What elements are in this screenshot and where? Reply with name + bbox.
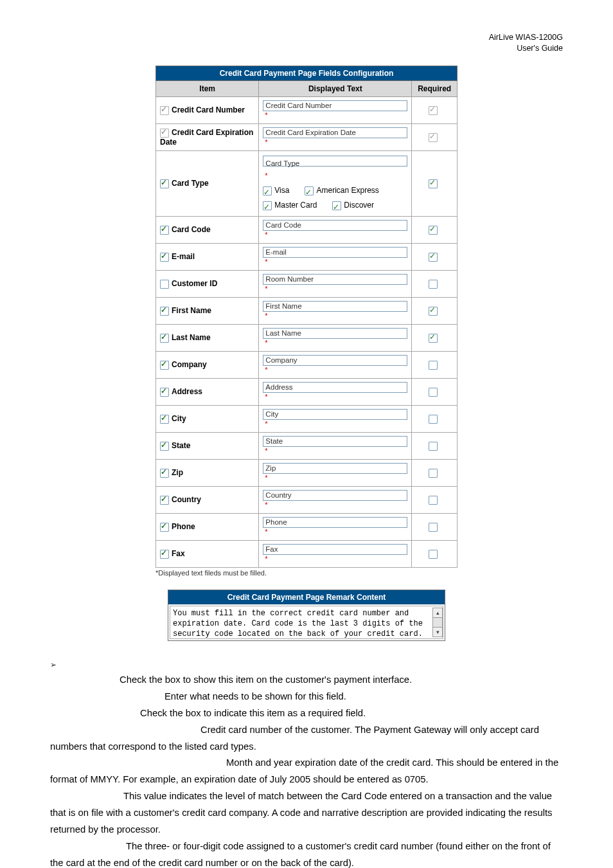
cardtype-option-label: Master Card — [274, 201, 317, 210]
item-checkbox[interactable] — [160, 442, 169, 451]
config-footnote: *Displayed text fileds must be filled. — [155, 568, 458, 577]
required-cell — [412, 123, 458, 150]
remark-scrollbar[interactable]: ▴ ▾ — [432, 608, 443, 637]
required-checkbox[interactable] — [429, 307, 438, 316]
required-checkbox[interactable] — [429, 388, 438, 397]
displayed-text-input[interactable]: Address — [263, 382, 407, 393]
required-star: * — [265, 474, 267, 482]
displayed-text-input[interactable]: State — [263, 436, 407, 447]
required-checkbox[interactable] — [429, 415, 438, 424]
item-label: E-mail — [172, 252, 195, 261]
displayed-text-input[interactable]: Card Type — [263, 156, 407, 167]
item-cell: Fax — [156, 540, 259, 567]
item-checkbox[interactable] — [160, 415, 169, 424]
required-checkbox[interactable] — [429, 280, 438, 289]
table-row: Credit Card NumberCredit Card Number* — [156, 96, 458, 123]
required-checkbox — [429, 106, 438, 115]
required-cell — [412, 270, 458, 297]
required-star: * — [265, 420, 267, 428]
required-checkbox[interactable] — [429, 179, 438, 188]
required-checkbox[interactable] — [429, 442, 438, 451]
required-checkbox[interactable] — [429, 334, 438, 343]
item-checkbox[interactable] — [160, 523, 169, 532]
item-cell: Country — [156, 486, 259, 513]
table-row: Card CodeCard Code* — [156, 216, 458, 243]
item-cell: City — [156, 405, 259, 432]
displayed-cell: City* — [259, 405, 412, 432]
required-star: * — [265, 111, 267, 119]
p-displayed: Enter what needs to be shown for this fi… — [50, 689, 563, 705]
required-checkbox[interactable] — [429, 496, 438, 505]
config-screenshot: Credit Card Payment Page Fields Configur… — [155, 66, 458, 641]
remark-block: Credit Card Payment Page Remark Content … — [168, 590, 445, 641]
displayed-text-input[interactable]: Zip — [263, 463, 407, 474]
item-cell: Credit Card Number — [156, 96, 259, 123]
required-checkbox[interactable] — [429, 226, 438, 235]
displayed-cell: Room Number* — [259, 270, 412, 297]
displayed-text-input[interactable]: Card Code — [263, 220, 407, 231]
displayed-text-input[interactable]: First Name — [263, 301, 407, 312]
col-required: Required — [412, 80, 458, 96]
required-cell — [412, 243, 458, 270]
body-text: Check the box to show this item on the c… — [50, 672, 563, 868]
cardtype-option-checkbox[interactable] — [263, 186, 272, 195]
p-cardcode: The three- or four-digit code assigned t… — [50, 838, 563, 868]
cardtype-option-checkbox[interactable] — [263, 201, 272, 210]
cardtype-option-checkbox[interactable] — [332, 201, 341, 210]
displayed-text-input[interactable]: City — [263, 409, 407, 420]
required-checkbox[interactable] — [429, 523, 438, 532]
displayed-cell: Card Type*VisaAmerican ExpressMaster Car… — [259, 150, 412, 216]
scroll-down-icon[interactable]: ▾ — [433, 627, 442, 637]
item-checkbox[interactable] — [160, 253, 169, 262]
item-label: Address — [172, 387, 202, 396]
displayed-text-input[interactable]: Phone — [263, 517, 407, 528]
displayed-text-input[interactable]: E-mail — [263, 247, 407, 258]
item-checkbox[interactable] — [160, 179, 169, 188]
displayed-text-input[interactable]: Room Number — [263, 274, 407, 285]
item-checkbox[interactable] — [160, 226, 169, 235]
item-cell: Credit Card Expiration Date — [156, 123, 259, 150]
required-cell — [412, 459, 458, 486]
item-checkbox[interactable] — [160, 334, 169, 343]
displayed-text-input[interactable]: Country — [263, 490, 407, 501]
required-star: * — [265, 231, 267, 239]
required-checkbox[interactable] — [429, 253, 438, 262]
item-label: State — [172, 441, 190, 450]
required-cell — [412, 351, 458, 378]
item-label: Customer ID — [172, 279, 217, 288]
item-checkbox[interactable] — [160, 469, 169, 478]
required-star: * — [265, 258, 267, 266]
required-checkbox[interactable] — [429, 550, 438, 559]
table-row: First NameFirst Name* — [156, 297, 458, 324]
item-checkbox[interactable] — [160, 496, 169, 505]
item-label: Zip — [172, 468, 183, 477]
item-cell: E-mail — [156, 243, 259, 270]
scroll-up-icon[interactable]: ▴ — [433, 608, 442, 618]
required-cell — [412, 486, 458, 513]
item-cell: Phone — [156, 513, 259, 540]
remark-title: Credit Card Payment Page Remark Content — [168, 590, 445, 604]
required-cell — [412, 216, 458, 243]
displayed-text-input[interactable]: Company — [263, 355, 407, 366]
required-checkbox[interactable] — [429, 361, 438, 370]
displayed-text-input[interactable]: Credit Card Expiration Date — [263, 127, 407, 138]
displayed-text-input[interactable]: Last Name — [263, 328, 407, 339]
displayed-cell: Zip* — [259, 459, 412, 486]
displayed-text-input[interactable]: Fax — [263, 544, 407, 555]
cardtype-option-checkbox[interactable] — [305, 186, 314, 195]
item-label: Credit Card Expiration Date — [160, 128, 253, 147]
displayed-cell: Card Code* — [259, 216, 412, 243]
item-checkbox[interactable] — [160, 388, 169, 397]
item-checkbox[interactable] — [160, 280, 169, 289]
item-cell: Company — [156, 351, 259, 378]
item-checkbox[interactable] — [160, 361, 169, 370]
remark-textarea[interactable]: You must fill in the correct credit card… — [170, 606, 443, 639]
item-checkbox[interactable] — [160, 307, 169, 316]
table-row: PhonePhone* — [156, 513, 458, 540]
required-cell — [412, 513, 458, 540]
required-checkbox[interactable] — [429, 469, 438, 478]
table-row: CountryCountry* — [156, 486, 458, 513]
item-checkbox[interactable] — [160, 550, 169, 559]
p-cardtype: This value indicates the level of match … — [50, 788, 563, 838]
displayed-text-input[interactable]: Credit Card Number — [263, 100, 407, 111]
